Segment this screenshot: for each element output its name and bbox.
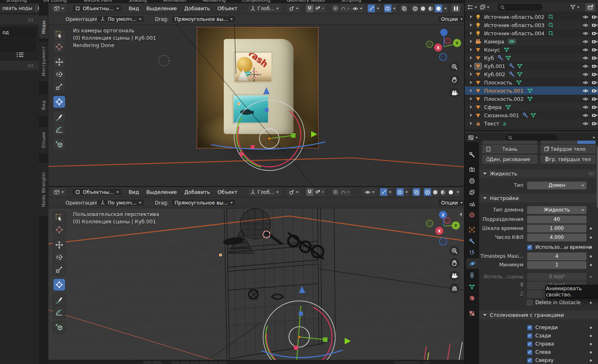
snap-toggle[interactable] <box>306 188 314 196</box>
viewport-3d-bottom[interactable]: Z X Y Объектны... Вид Выделение Добавить… <box>48 187 464 360</box>
tab-particles[interactable] <box>465 247 479 258</box>
animate-property-dot[interactable] <box>590 276 592 278</box>
gizmo-handle-red[interactable] <box>251 145 255 149</box>
disable-render-toggle[interactable] <box>591 104 598 110</box>
hide-viewport-toggle[interactable] <box>582 39 589 45</box>
disable-render-toggle[interactable] <box>591 71 598 77</box>
disclosure-icon[interactable] <box>467 64 475 68</box>
tab-options[interactable]: Опции <box>39 127 48 153</box>
shading-wireframe[interactable] <box>412 5 419 12</box>
hide-viewport-toggle[interactable] <box>582 104 589 110</box>
disclosure-icon[interactable] <box>467 48 475 51</box>
mode-dropdown[interactable]: Объектны... <box>72 188 122 196</box>
outliner-row-active[interactable]: Куб.001 <box>465 62 598 70</box>
menu-select[interactable]: Выделение <box>146 5 177 12</box>
pan-button[interactable] <box>449 75 459 85</box>
transform-gizmo[interactable] <box>255 286 351 360</box>
animate-property-dot[interactable] <box>590 335 592 337</box>
tab-view[interactable]: Вид <box>39 94 48 116</box>
snap-with-dropdown[interactable] <box>314 5 326 12</box>
disable-render-toggle[interactable] <box>591 88 598 94</box>
gizmo-rotate-green[interactable] <box>229 95 309 175</box>
workspace-tab-add[interactable]: + <box>377 0 381 3</box>
xray-toggle[interactable] <box>400 5 408 12</box>
gizmo-handle-green[interactable] <box>291 133 296 138</box>
empty-object[interactable] <box>159 55 169 66</box>
disclosure-icon[interactable] <box>467 73 475 76</box>
tool-annotate[interactable] <box>53 294 65 306</box>
tab-world[interactable] <box>465 209 479 220</box>
object-origin[interactable] <box>219 254 222 256</box>
tool-add-cube[interactable] <box>53 321 65 333</box>
disable-render-toggle[interactable] <box>591 121 598 127</box>
use-nodes-label[interactable]: овать ноды <box>2 5 32 11</box>
pause-render-button[interactable] <box>452 5 461 12</box>
divisions-field[interactable]: 40 <box>527 216 587 223</box>
workspace-tab[interactable]: Shading <box>129 0 147 3</box>
properties-editor-type-button[interactable] <box>468 134 478 141</box>
workspace-tab[interactable]: Scripting <box>341 0 361 3</box>
transform-orientation-dropdown[interactable]: Глоб... <box>248 5 280 12</box>
gizmo-handle-green[interactable] <box>323 337 327 342</box>
orientation-dropdown[interactable]: По умолч... <box>97 15 145 23</box>
drag-dropdown[interactable]: Прямоугольное вы... <box>171 199 236 207</box>
gizmo-handle-blue[interactable] <box>299 312 303 316</box>
tab-tool[interactable]: Инструмент <box>39 42 48 81</box>
disclosure-icon[interactable] <box>467 114 475 117</box>
tool-scale[interactable] <box>53 81 65 93</box>
tab-physics-active[interactable] <box>466 258 479 269</box>
tool-rotate[interactable] <box>53 68 65 80</box>
fluid-panel-header[interactable]: Жидкость <box>479 169 598 178</box>
hide-viewport-toggle[interactable] <box>582 88 589 94</box>
disable-render-toggle[interactable] <box>591 63 598 69</box>
wireframe-scene[interactable] <box>223 200 335 359</box>
shading-dropdown[interactable] <box>455 188 461 196</box>
workspace-tab[interactable]: Animation <box>163 0 186 3</box>
timeline-field[interactable] <box>152 361 161 364</box>
disclosure-icon[interactable] <box>467 56 475 59</box>
transform-orientation-dropdown[interactable]: Глоб... <box>248 188 280 196</box>
drag-dropdown[interactable]: Прямоугольное вы... <box>171 15 236 23</box>
outliner-row[interactable]: Сюзанна.001 <box>465 111 598 119</box>
hide-viewport-toggle[interactable] <box>582 112 589 118</box>
tool-move[interactable] <box>53 56 65 68</box>
workspace-tab[interactable]: Compositing <box>242 0 271 3</box>
outliner-row[interactable]: Сфера <box>465 103 598 111</box>
disclosure-icon[interactable] <box>467 122 475 125</box>
orientation-dropdown[interactable]: По умолч... <box>97 199 145 207</box>
nav-axis-x-neg[interactable] <box>444 218 450 223</box>
tab-texture[interactable] <box>465 308 479 318</box>
disable-render-toggle[interactable] <box>591 112 598 118</box>
tab-scene[interactable] <box>465 198 479 209</box>
camera-view-button[interactable] <box>449 271 459 281</box>
transform-gizmo[interactable] <box>211 87 325 180</box>
workspace-tab[interactable]: UV Editing <box>43 0 66 3</box>
gizmo-arrow-blue[interactable] <box>263 87 270 94</box>
node-body[interactable] <box>0 39 36 52</box>
cursor-3d[interactable] <box>247 67 261 82</box>
pivot-dropdown[interactable] <box>286 188 300 196</box>
tool-measure[interactable] <box>53 306 65 318</box>
outliner-row[interactable]: Конус <box>465 46 598 54</box>
hide-viewport-toggle[interactable] <box>582 30 589 36</box>
tab-constraints[interactable] <box>465 270 479 280</box>
xray-toggle[interactable] <box>413 188 421 196</box>
timesteps-min-field[interactable]: 1 <box>527 261 587 269</box>
menu-object[interactable]: Объект <box>216 188 238 196</box>
timescale-field[interactable]: 1.000 <box>527 225 587 232</box>
camera-view-button[interactable] <box>449 88 459 98</box>
menu-view[interactable]: Вид <box>128 5 140 12</box>
adaptive-timesteps-checkbox[interactable] <box>527 245 532 250</box>
nav-axis-gizmo[interactable]: X Y <box>426 29 461 61</box>
tab-nodes[interactable]: Ноды <box>39 16 48 39</box>
animate-property-dot[interactable] <box>590 327 592 329</box>
front-checkbox[interactable] <box>527 325 532 330</box>
physics-button-cut[interactable] <box>482 141 537 144</box>
tab-render[interactable] <box>465 164 479 175</box>
outliner-row-selected[interactable]: Плоскость.001 <box>465 86 598 95</box>
jump-end-button[interactable] <box>218 361 227 364</box>
cfl-field[interactable]: 4.000 <box>527 234 587 241</box>
tool-add-cube[interactable] <box>53 139 65 150</box>
cloth-button[interactable]: Ткань <box>482 145 537 153</box>
nav-axis-z-neg[interactable] <box>439 53 447 61</box>
